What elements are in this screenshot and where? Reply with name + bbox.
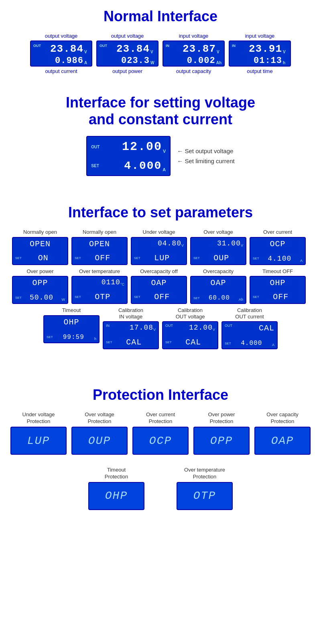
params-row-3: Timeout OHP SET 99:59 h CalibrationIN vo… xyxy=(6,307,315,349)
lcd2-bottom-value: 023.3 xyxy=(107,56,150,66)
param-ocoff-top: OAP xyxy=(134,278,184,288)
param-over-voltage-lcd: 31.00 V SET OUP xyxy=(190,237,246,265)
display-col-1: output voltage OUT 23.84 V 0.986 A outpu… xyxy=(30,33,92,74)
setting-lcd-out-row: OUT 12.00 V xyxy=(91,140,166,154)
setting-display-area: OUT 12.00 V SET 4.000 A ← Set output vol… xyxy=(86,136,234,176)
lcd-3: IN 23.87 V 0.002 Ah xyxy=(163,41,225,67)
protection-luv-label: Under voltageProtection xyxy=(22,411,55,425)
param-coc-set: SET xyxy=(225,342,231,345)
param-cal-out-c-label: CalibrationOUT current xyxy=(235,307,264,320)
setting-out-value: 12.00 xyxy=(102,140,162,154)
param-t-unit: h xyxy=(94,337,96,341)
param-cov-top-val: 12.00 xyxy=(174,324,213,332)
param-ov-bottom: SET OUP xyxy=(193,253,243,263)
param-cal-in-v: CalibrationIN voltage IN 17.08 V SET CAL xyxy=(103,307,159,349)
param-cov-prefix: OUT xyxy=(165,324,173,328)
lcd2-top-value: 23.84 xyxy=(107,43,150,55)
lcd1-top-value: 23.84 xyxy=(41,43,83,55)
display-col-2: output voltage OUT 23.84 V 023.3 W outpu… xyxy=(96,33,158,74)
param-cov-bottom: SET CAL xyxy=(165,338,215,347)
param-over-current-lcd: OCP SET 4.100 A xyxy=(250,237,306,265)
protection-grid-row2: TimeoutProtection OHP Over temperaturePr… xyxy=(0,463,321,518)
lcd-4: IN 23.91 V 01:13 h xyxy=(229,41,291,67)
param-overcap-off-label: Overcapacity off xyxy=(140,268,178,275)
param-cal-out-c: CalibrationOUT current OUT CAL SET 4.000… xyxy=(221,307,278,349)
display3-top-label: input voltage xyxy=(179,33,209,39)
protection-ouv-label: Over voltageProtection xyxy=(85,411,114,425)
setting-out-unit: V xyxy=(163,149,166,154)
param-ocoff-top-val: OAP xyxy=(134,278,184,288)
protection-ohp: TimeoutProtection OHP xyxy=(88,467,144,510)
param-timeout: Timeout OHP SET 99:59 h xyxy=(43,307,100,349)
setting-out-label: OUT xyxy=(91,145,102,149)
param-overcap-off-lcd: OAP SET OFF xyxy=(131,276,187,304)
param-over-current-label: Over current xyxy=(263,229,292,235)
normal-interface-section: Normal Interface output voltage OUT 23.8… xyxy=(0,0,321,86)
protection-ouv-value: OUP xyxy=(88,435,111,447)
lcd1-prefix: OUT xyxy=(33,44,41,48)
param-noo-top: OPEN xyxy=(15,239,65,249)
param-over-current: Over current OCP SET 4.100 A xyxy=(250,229,306,265)
param-civ-prefix: IN xyxy=(106,324,110,328)
param-toff-top: OHP xyxy=(253,278,303,288)
param-ocoff-bottom-val: OFF xyxy=(154,292,170,302)
setting-set-label: SET xyxy=(91,164,102,168)
setting-lcd-set-row: SET 4.000 A xyxy=(91,160,166,172)
protection-oap: Over capacityProtection OAP xyxy=(254,411,311,455)
param-op-bottom-val: 50.00 xyxy=(30,294,53,302)
param-toff-bottom-val: OFF xyxy=(273,292,288,302)
param-civ-bottom: SET CAL xyxy=(106,338,156,347)
param-noo-bottom-val: ON xyxy=(38,253,49,263)
protection-otp: Over temperatureProtection OTP xyxy=(177,467,233,510)
param-cal-in-v-label: CalibrationIN voltage xyxy=(118,307,143,320)
param-uv-top-unit: V xyxy=(181,243,184,247)
param-coc-bottom-val: 4.000 xyxy=(241,340,262,347)
protection-ouv-lcd: OUP xyxy=(71,427,128,455)
param-normally-open-on-lcd: OPEN SET ON xyxy=(12,237,68,265)
param-ov-top-val: 31.00 xyxy=(193,239,241,247)
param-noff-bottom-val: OFF xyxy=(95,253,110,263)
param-noff-top: OPEN xyxy=(75,239,124,249)
param-cov-top-unit: V xyxy=(213,328,215,332)
param-t-top: OHP xyxy=(47,318,96,327)
protection-ohp-value: OHP xyxy=(105,490,128,502)
protection-ohp-label: TimeoutProtection xyxy=(105,467,128,480)
params-interface-section: Interface to set parameters Normally ope… xyxy=(0,196,321,354)
param-over-temp: Over temperature 0110 °C SET OTP xyxy=(71,268,128,304)
display4-bottom-label: output time xyxy=(247,68,272,74)
param-ot-set: SET xyxy=(75,295,81,299)
protection-interface-section: Protection Interface Under voltageProtec… xyxy=(0,379,321,534)
param-overcap-lcd: OAP SET 60.00 Ah xyxy=(190,276,246,304)
param-op-unit: W xyxy=(61,298,65,302)
param-oc-set: SET xyxy=(253,257,259,260)
protection-opp: Over powerProtection OPP xyxy=(193,411,250,455)
display1-top-label: output voltage xyxy=(45,33,78,39)
protection-ocp: Over currentProtection OCP xyxy=(132,411,189,455)
display3-bottom-label: output capacity xyxy=(176,68,211,74)
protection-oap-lcd: OAP xyxy=(254,427,311,455)
param-normally-open-off-label: Normally open xyxy=(83,229,116,235)
param-uv-bottom: SET LUP xyxy=(134,253,184,263)
setting-set-value: 4.000 xyxy=(102,160,162,172)
param-oc-top: OCP xyxy=(253,239,303,249)
param-op-bottom: SET 50.00 W xyxy=(15,294,65,302)
param-ot-top-unit: °C xyxy=(120,282,124,286)
param-toff-bottom: SET OFF xyxy=(253,292,303,302)
param-t-bottom-val: 99:59 xyxy=(63,334,84,341)
setting-display-section: OUT 12.00 V SET 4.000 A ← Set output vol… xyxy=(0,132,321,184)
param-ov-top-unit: V xyxy=(241,243,243,247)
param-ot-top-val: 0110 xyxy=(75,278,120,286)
param-op-top-val: OPP xyxy=(15,278,65,288)
arrow-row-1: ← Set output voltage xyxy=(177,148,234,154)
param-oc-bottom: SET 4.100 A xyxy=(253,255,303,263)
protection-opp-lcd: OPP xyxy=(193,427,250,455)
param-coc-prefix: OUT xyxy=(225,324,232,328)
param-noo-bottom: SET ON xyxy=(15,253,65,263)
protection-ouv: Over voltageProtection OUP xyxy=(71,411,128,455)
param-noo-top-val: OPEN xyxy=(15,239,65,249)
param-ov-bottom-val: OUP xyxy=(213,253,229,263)
param-timeout-off-label: Timeout OFF xyxy=(262,268,293,275)
lcd1-bottom-value: 0.986 xyxy=(41,56,83,66)
display2-top-label: output voltage xyxy=(111,33,144,39)
param-overcap-off: Overcapacity off OAP SET OFF xyxy=(131,268,187,304)
